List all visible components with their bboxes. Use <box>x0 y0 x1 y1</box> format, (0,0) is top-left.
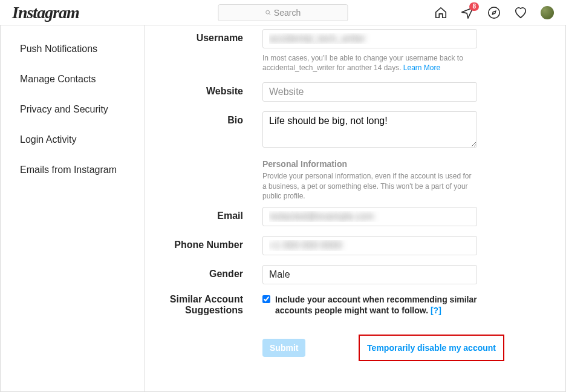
phone-label: Phone Number <box>145 236 262 255</box>
top-nav: Instagram Search 8 <box>0 0 566 25</box>
settings-form: Username In most cases, you'll be able t… <box>145 25 566 392</box>
settings-sidebar: Push Notifications Manage Contacts Priva… <box>0 25 145 392</box>
home-icon[interactable] <box>434 6 447 19</box>
row-actions: Submit Temporarily disable my account <box>145 327 541 361</box>
personal-info-desc: Provide your personal information, even … <box>262 171 477 201</box>
temporarily-disable-link[interactable]: Temporarily disable my account <box>367 343 496 353</box>
similar-help-link[interactable]: [?] <box>431 305 441 315</box>
learn-more-link[interactable]: Learn More <box>403 64 440 72</box>
personal-info-title: Personal Information <box>262 159 477 169</box>
search-container: Search <box>218 4 348 21</box>
avatar-image <box>541 6 554 19</box>
activity-icon[interactable] <box>514 6 527 19</box>
instagram-logo[interactable]: Instagram <box>12 3 79 22</box>
similar-accounts-text: Include your account when recommending s… <box>275 294 477 316</box>
disable-account-highlight: Temporarily disable my account <box>359 335 504 361</box>
content-area: Push Notifications Manage Contacts Priva… <box>0 25 566 392</box>
messages-icon[interactable]: 8 <box>461 6 474 19</box>
phone-input[interactable] <box>262 236 477 255</box>
sidebar-item-login-activity[interactable]: Login Activity <box>1 125 145 155</box>
email-label: Email <box>145 207 262 226</box>
website-label: Website <box>145 82 262 102</box>
sidebar-item-push-notifications[interactable]: Push Notifications <box>1 34 145 64</box>
row-username: Username In most cases, you'll be able t… <box>145 29 541 73</box>
search-input[interactable]: Search <box>218 4 348 21</box>
sidebar-item-privacy-security[interactable]: Privacy and Security <box>1 94 145 125</box>
username-help: In most cases, you'll be able to change … <box>262 53 477 73</box>
svg-point-0 <box>266 10 270 14</box>
sidebar-item-manage-contacts[interactable]: Manage Contacts <box>1 64 145 94</box>
search-placeholder: Search <box>274 8 301 18</box>
explore-icon[interactable] <box>487 6 501 19</box>
row-personal-info-heading: Personal Information Provide your person… <box>145 159 541 201</box>
website-input[interactable] <box>262 82 477 102</box>
row-phone: Phone Number <box>145 236 541 255</box>
messages-badge: 8 <box>469 2 479 11</box>
svg-line-1 <box>269 13 271 15</box>
bio-label: Bio <box>145 111 262 149</box>
submit-button[interactable]: Submit <box>262 339 305 357</box>
profile-avatar[interactable] <box>541 6 554 19</box>
row-website: Website <box>145 82 541 102</box>
row-bio: Bio <box>145 111 541 149</box>
row-email: Email <box>145 207 541 226</box>
search-icon <box>265 10 272 16</box>
svg-point-2 <box>489 7 499 18</box>
sidebar-item-emails-from-instagram[interactable]: Emails from Instagram <box>1 155 145 185</box>
row-similar-accounts: Similar Account Suggestions Include your… <box>145 294 541 316</box>
similar-accounts-checkbox[interactable] <box>262 295 270 303</box>
row-gender: Gender <box>145 265 541 284</box>
username-label: Username <box>145 29 262 73</box>
email-input[interactable] <box>262 207 477 226</box>
similar-label: Similar Account Suggestions <box>145 294 262 316</box>
gender-label: Gender <box>145 265 262 284</box>
username-input[interactable] <box>262 29 477 48</box>
bio-input[interactable] <box>262 111 477 148</box>
nav-icons: 8 <box>434 6 554 19</box>
gender-input[interactable] <box>262 265 477 284</box>
